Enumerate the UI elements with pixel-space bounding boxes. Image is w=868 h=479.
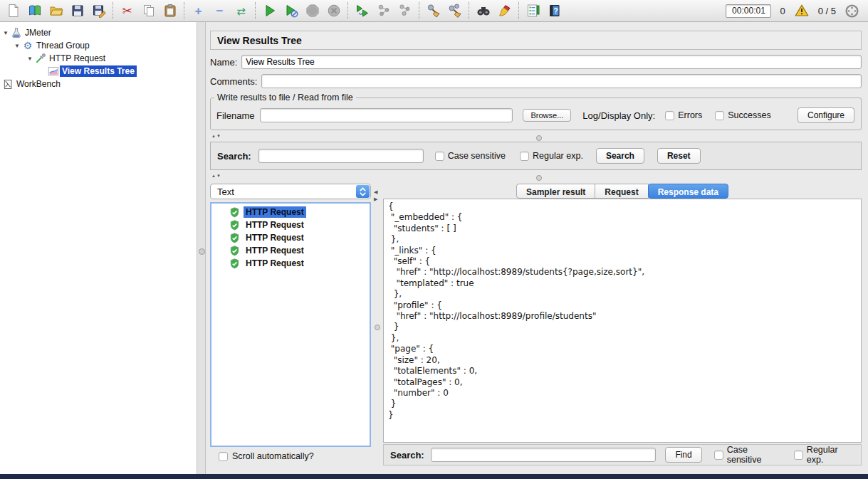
splitter-left-icon[interactable]: ◀ xyxy=(374,189,377,195)
function-helper-button[interactable] xyxy=(523,2,543,20)
search-reset-button[interactable] xyxy=(494,2,515,20)
reset-button[interactable]: Reset xyxy=(657,148,701,164)
clear-all-icon xyxy=(448,4,462,18)
detail-column: Sampler result Request Response data { "… xyxy=(383,184,862,465)
svg-text:?: ? xyxy=(553,7,558,15)
splitter-right-icon[interactable]: ▶ xyxy=(374,196,377,202)
paste-button[interactable] xyxy=(160,2,180,20)
start-no-pauses-icon xyxy=(284,4,298,18)
name-input[interactable] xyxy=(241,55,862,69)
save-button[interactable] xyxy=(67,2,88,20)
new-file-button[interactable] xyxy=(3,2,23,20)
cut-button[interactable]: ✂ xyxy=(117,2,137,20)
tree-node-workbench[interactable]: WorkBench xyxy=(0,78,197,90)
find-regular-exp-checkbox[interactable] xyxy=(794,451,803,460)
browse-button[interactable]: Browse... xyxy=(523,109,571,122)
tree-node-jmeter[interactable]: ▼ JMeter xyxy=(0,26,197,39)
toggle-button[interactable]: ⇄ xyxy=(231,2,251,20)
search-regular-exp-checkbox[interactable] xyxy=(520,152,529,161)
tab-request[interactable]: Request xyxy=(595,184,648,199)
scroll-automatically-checkbox[interactable] xyxy=(219,452,228,461)
chevron-down-icon[interactable]: ▼ xyxy=(26,56,34,62)
tab-sampler-result[interactable]: Sampler result xyxy=(516,184,595,199)
open-file-button[interactable] xyxy=(46,2,66,20)
tree-label[interactable]: Thread Group xyxy=(34,40,92,51)
tree-node-view-results-tree[interactable]: View Results Tree xyxy=(0,65,197,78)
splitter-arrows-icon[interactable]: ▲▼ xyxy=(211,134,221,138)
new-file-icon xyxy=(6,4,21,18)
tree-label[interactable]: HTTP Request xyxy=(47,53,108,64)
shield-check-icon xyxy=(229,258,240,269)
thread-status-icon xyxy=(845,4,859,19)
find-button[interactable]: Find xyxy=(665,447,701,463)
templates-icon xyxy=(28,4,42,18)
result-item[interactable]: HTTP Request xyxy=(211,219,370,231)
remote-stop-button[interactable] xyxy=(394,2,415,20)
remote-stop-icon xyxy=(398,4,412,18)
log-display-label: Log/Display Only: xyxy=(582,110,655,121)
start-no-pauses-button[interactable] xyxy=(281,2,301,20)
search-button[interactable]: Search xyxy=(596,148,644,164)
save-as-button[interactable] xyxy=(88,2,109,20)
find-input[interactable] xyxy=(431,448,657,462)
tree-node-thread-group[interactable]: ▼ ⚙ Thread Group xyxy=(0,39,197,52)
splitter-arrows-icon[interactable]: ▲▼ xyxy=(211,174,221,178)
result-item-label[interactable]: HTTP Request xyxy=(244,232,306,243)
tree-node-http-request[interactable]: ▼ HTTP Request xyxy=(0,52,197,65)
tree-main-splitter[interactable] xyxy=(197,22,206,474)
result-item[interactable]: HTTP Request xyxy=(211,244,370,257)
name-row: Name: xyxy=(210,55,862,69)
dropper-icon xyxy=(35,53,46,64)
warning-triangle-icon[interactable] xyxy=(794,4,810,18)
results-detail-splitter[interactable]: ◀ ▶ xyxy=(371,184,383,465)
warning-count: 0 xyxy=(780,6,785,16)
result-item[interactable]: HTTP Request xyxy=(211,257,370,270)
open-folder-icon xyxy=(49,4,63,18)
result-item[interactable]: HTTP Request xyxy=(211,231,370,244)
save-as-icon xyxy=(92,4,106,18)
copy-icon xyxy=(142,4,156,18)
remote-start-button[interactable] xyxy=(352,2,372,20)
tree-label[interactable]: JMeter xyxy=(23,27,53,38)
configure-button[interactable]: Configure xyxy=(798,107,854,123)
shutdown-button[interactable] xyxy=(323,2,344,20)
combo-stepper-icon[interactable] xyxy=(356,185,370,198)
chevron-down-icon[interactable]: ▼ xyxy=(1,30,10,36)
expand-all-button[interactable]: + xyxy=(188,2,209,20)
search-input[interactable] xyxy=(258,149,424,163)
result-item[interactable]: HTTP Request xyxy=(211,206,370,219)
clear-all-button[interactable] xyxy=(444,2,465,20)
search-button-toolbar[interactable] xyxy=(473,2,493,20)
find-case-sensitive-checkbox[interactable] xyxy=(714,451,723,460)
page-title: View Results Tree xyxy=(210,31,862,50)
errors-checkbox[interactable] xyxy=(665,111,674,120)
response-data-panel[interactable]: { "_embedded" : { "students" : [ ] }, "_… xyxy=(383,199,862,443)
comments-input[interactable] xyxy=(261,74,862,88)
tree-label[interactable]: WorkBench xyxy=(14,78,63,90)
templates-button[interactable] xyxy=(24,2,45,20)
remote-start-all-button[interactable] xyxy=(373,2,394,20)
horizontal-splitter[interactable]: ▲▼ xyxy=(210,173,862,181)
result-item-label[interactable]: HTTP Request xyxy=(244,258,306,269)
chevron-down-icon[interactable]: ▼ xyxy=(13,43,21,49)
result-item-label[interactable]: HTTP Request xyxy=(244,245,306,256)
results-list: HTTP Request HTTP Request HTTP Request xyxy=(210,202,371,447)
thread-count: 0 / 5 xyxy=(818,6,836,16)
stop-button[interactable] xyxy=(302,2,323,20)
collapse-all-button[interactable]: − xyxy=(209,2,230,20)
search-case-sensitive-checkbox[interactable] xyxy=(435,152,444,161)
result-item-label[interactable]: HTTP Request xyxy=(244,206,306,218)
filename-input[interactable] xyxy=(260,108,513,122)
copy-button[interactable] xyxy=(138,2,159,20)
remote-start-all-icon xyxy=(377,4,391,18)
result-item-label[interactable]: HTTP Request xyxy=(244,219,306,231)
successes-checkbox[interactable] xyxy=(715,111,724,120)
horizontal-splitter[interactable]: ▲▼ xyxy=(210,133,862,142)
start-button[interactable] xyxy=(259,2,280,20)
stop-icon xyxy=(305,4,320,18)
clear-button[interactable] xyxy=(423,2,444,20)
help-button[interactable]: ? xyxy=(544,2,565,20)
tab-response-data[interactable]: Response data xyxy=(648,184,728,199)
tree-label-selected[interactable]: View Results Tree xyxy=(60,65,137,77)
view-mode-select[interactable]: Text xyxy=(210,184,371,199)
